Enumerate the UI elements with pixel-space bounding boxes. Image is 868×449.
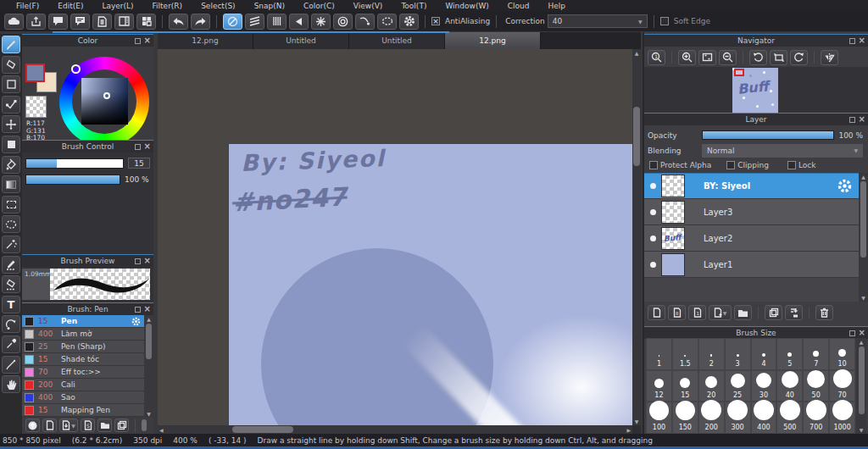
- scroll-up-icon[interactable]: ▲: [635, 50, 639, 56]
- visibility-toggle[interactable]: [644, 262, 661, 268]
- bucket-tool[interactable]: [2, 156, 20, 174]
- popout-icon[interactable]: [135, 307, 141, 313]
- redo-button[interactable]: [191, 14, 210, 30]
- comment-button[interactable]: [48, 14, 68, 30]
- undo-button[interactable]: [169, 14, 188, 30]
- add-1bit-layer-button[interactable]: 1: [688, 305, 706, 320]
- scroll-up-icon[interactable]: ▲: [861, 174, 865, 180]
- fill-rect-tool[interactable]: [2, 136, 20, 153]
- scrollbar-thumb[interactable]: [146, 324, 152, 359]
- menu-cloud[interactable]: Cloud: [498, 2, 539, 10]
- figure-tool[interactable]: [2, 75, 20, 93]
- brush-size-cell[interactable]: 1000: [829, 402, 855, 434]
- snap-off-button[interactable]: [223, 14, 242, 30]
- brush-size-cell[interactable]: 12: [646, 370, 672, 402]
- brush-size-value[interactable]: 15: [128, 158, 150, 169]
- navigator-preview[interactable]: Buff: [644, 67, 868, 113]
- brush-size-cell[interactable]: 40: [776, 370, 803, 402]
- scrollbar-thumb[interactable]: [860, 181, 866, 258]
- layer-opacity-slider[interactable]: [702, 130, 834, 140]
- popout-icon[interactable]: [135, 38, 141, 44]
- gradient-tool[interactable]: [2, 175, 20, 193]
- rotate-cw-button[interactable]: [790, 50, 808, 65]
- brush-size-cell[interactable]: 3: [725, 338, 751, 370]
- scrollbar-thumb[interactable]: [859, 346, 865, 414]
- magic-wand-tool[interactable]: [2, 236, 20, 253]
- brush-size-cell[interactable]: 15: [672, 370, 698, 402]
- menu-layer[interactable]: Layer(L): [92, 2, 142, 10]
- menu-window[interactable]: Window(W): [436, 2, 498, 10]
- close-icon[interactable]: ×: [144, 142, 151, 151]
- reset-rotation-button[interactable]: [770, 50, 787, 65]
- brush-size-cell[interactable]: 25: [725, 370, 751, 402]
- brush-row-cali[interactable]: 200 Cali: [22, 379, 144, 391]
- brush-size-cell[interactable]: 400: [751, 402, 777, 434]
- foreground-color-swatch[interactable]: [25, 64, 45, 82]
- visibility-toggle[interactable]: [644, 183, 661, 189]
- lock-checkbox[interactable]: [787, 161, 796, 169]
- grid-button[interactable]: [136, 14, 156, 30]
- select-eraser-tool[interactable]: [2, 275, 20, 293]
- brush-list-scrollbar[interactable]: ▲ ▼: [144, 315, 153, 418]
- brush-size-scrollbar[interactable]: ▲ ▼: [856, 338, 866, 434]
- panel-layout-button[interactable]: [114, 14, 134, 30]
- lasso-tool[interactable]: [2, 215, 20, 233]
- antialiasing-checkbox[interactable]: ×: [431, 17, 440, 25]
- layer-row-layer1[interactable]: Layer1: [644, 252, 859, 278]
- layer-row-layer2[interactable]: Buff Layer2: [644, 225, 859, 252]
- snap-concentric-button[interactable]: [333, 14, 353, 30]
- rotate-ccw-button[interactable]: [749, 50, 767, 65]
- hand-tool[interactable]: [2, 375, 20, 393]
- brush-size-cell[interactable]: 7: [803, 338, 829, 370]
- menu-filter[interactable]: Filter(R): [143, 2, 192, 10]
- eraser-tool[interactable]: [2, 56, 20, 74]
- delete-layer-button[interactable]: [815, 305, 833, 320]
- comment-text-button[interactable]: [70, 14, 90, 30]
- menu-help[interactable]: Help: [539, 2, 576, 10]
- brush-row-lam-mo[interactable]: 400 Làm mờ: [22, 328, 144, 341]
- script-brush-button[interactable]: S: [81, 419, 95, 432]
- menu-color[interactable]: Color(C): [294, 2, 344, 10]
- snap-radial-button[interactable]: [311, 14, 331, 30]
- brush-row-sao[interactable]: 400 Sao: [22, 391, 144, 404]
- duplicate-brush-button[interactable]: [114, 419, 129, 432]
- scrollbar-thumb[interactable]: [633, 107, 640, 166]
- brush-opacity-slider[interactable]: [25, 175, 120, 185]
- snap-parallel-button[interactable]: [245, 14, 264, 30]
- zoom-in-button[interactable]: [678, 50, 696, 65]
- snap-ellipse-button[interactable]: [377, 14, 397, 30]
- add-brush-button[interactable]: [42, 419, 57, 432]
- canvas-image[interactable]: By: Siyeol #no247: [229, 144, 632, 425]
- transparent-color-swatch[interactable]: [25, 96, 47, 118]
- document-button[interactable]: [92, 14, 112, 30]
- eyedropper-tool[interactable]: [2, 335, 20, 353]
- visibility-toggle[interactable]: [644, 209, 661, 215]
- brush-folder-button[interactable]: [97, 419, 112, 432]
- layer-settings-gear-icon[interactable]: [837, 179, 852, 193]
- layer-list-scrollbar[interactable]: ▲ ▼: [859, 173, 868, 302]
- visibility-toggle[interactable]: [644, 236, 661, 241]
- canvas-viewport[interactable]: By: Siyeol #no247: [158, 49, 632, 425]
- zoom-100-button[interactable]: 1: [648, 50, 665, 65]
- close-icon[interactable]: ×: [859, 329, 865, 337]
- add-layer-button[interactable]: [648, 305, 665, 320]
- operation-tool[interactable]: [2, 315, 20, 333]
- popout-icon[interactable]: [135, 258, 141, 264]
- save-brush-button[interactable]: ▼: [59, 419, 78, 432]
- brush-size-cell[interactable]: 2: [698, 338, 725, 370]
- scroll-right-icon[interactable]: ▶: [626, 427, 631, 433]
- brush-size-cell[interactable]: 150: [672, 402, 698, 434]
- sv-square[interactable]: [81, 78, 128, 125]
- scroll-down-icon[interactable]: ▼: [635, 419, 639, 424]
- sv-cursor[interactable]: [103, 92, 110, 99]
- zoom-out-button[interactable]: [719, 50, 737, 65]
- layer-folder-button[interactable]: [734, 305, 752, 320]
- brush-size-cell[interactable]: 5: [776, 338, 803, 370]
- scroll-down-icon[interactable]: ▼: [860, 427, 864, 433]
- close-icon[interactable]: ×: [859, 36, 865, 45]
- tab-untitled-1[interactable]: Untitled: [253, 32, 349, 49]
- close-icon[interactable]: ×: [144, 36, 151, 45]
- select-pen-tool[interactable]: [2, 256, 20, 274]
- control-point-tool[interactable]: [2, 96, 20, 114]
- layer-row-layer3[interactable]: Layer3: [644, 199, 859, 225]
